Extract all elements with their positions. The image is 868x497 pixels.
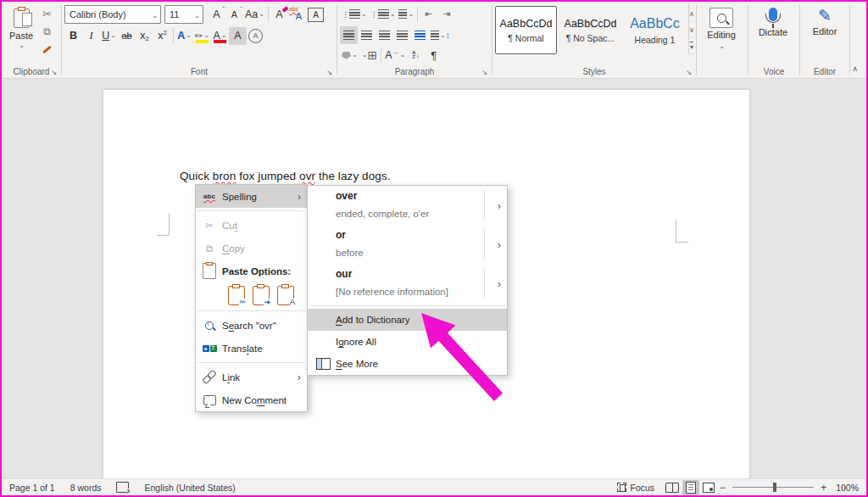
shading-button[interactable] [340, 47, 359, 64]
dialog-launcher-icon[interactable] [481, 69, 488, 76]
collapse-ribbon-button[interactable] [852, 64, 858, 73]
zoom-slider[interactable] [732, 487, 814, 488]
editor-group: ✎ Editor Editor [800, 2, 849, 78]
menu-item-copy[interactable]: ⧉ Copy [196, 237, 307, 260]
justify-button[interactable] [393, 26, 411, 44]
paste-button[interactable]: Paste [4, 3, 38, 56]
styles-scroll-down-button[interactable] [689, 22, 694, 38]
ribbon: Paste ✂ ⧉ Clipboard Calibri (Body) 11 [2, 2, 866, 79]
bullets-button[interactable]: ⋮ [340, 5, 369, 23]
align-center-button[interactable] [358, 26, 376, 44]
chevron-right-icon[interactable]: › [498, 238, 501, 251]
align-left-button[interactable] [340, 26, 358, 44]
copy-button[interactable]: ⧉ [38, 23, 56, 40]
style-card-normal[interactable]: AaBbCcDd ¶ Normal [495, 6, 557, 54]
dialog-launcher-icon[interactable] [685, 69, 693, 76]
font-color-button[interactable]: A [211, 27, 229, 45]
italic-icon: I [89, 30, 92, 42]
style-card-heading1[interactable]: AaBbCc Heading 1 [624, 6, 686, 54]
menu-item-paste-options: Paste Options: [196, 260, 307, 282]
styles-scroll-up-button[interactable] [689, 6, 694, 22]
paste-keep-text-only-button[interactable]: A [277, 286, 294, 305]
multilevel-list-button[interactable] [397, 5, 415, 23]
focus-mode-button[interactable]: Focus [609, 483, 663, 493]
letter-a-icon: A [290, 299, 295, 306]
word-count[interactable]: 8 words [63, 483, 109, 493]
suggestion-or[interactable]: or before › [308, 225, 507, 264]
menu-item-link[interactable]: Link [196, 366, 307, 388]
chevron-right-icon[interactable]: › [498, 199, 501, 212]
show-formatting-marks-button[interactable] [425, 47, 442, 64]
italic-button[interactable]: I [82, 27, 100, 45]
suggestion-over[interactable]: over ended, complete, o'er › [308, 186, 507, 225]
menu-item-spelling[interactable]: abc Spelling [196, 185, 307, 208]
superscript-button[interactable]: x2 [153, 27, 171, 45]
menu-separator [309, 305, 505, 306]
zoom-level[interactable]: 100% [828, 483, 859, 493]
borders-button[interactable] [359, 47, 379, 64]
grow-font-button[interactable]: Aˆ [208, 6, 225, 24]
phonetic-guide-button[interactable]: abcA [288, 6, 306, 24]
dialog-launcher-icon[interactable] [326, 69, 333, 76]
change-case-button[interactable]: Aa [243, 6, 266, 24]
enclose-characters-button[interactable]: A [247, 27, 264, 45]
menu-item-translate[interactable]: a文 Translate [196, 337, 307, 360]
clear-formatting-button[interactable]: A [270, 6, 288, 24]
decrease-indent-button[interactable]: ⇤ [420, 5, 437, 23]
shrink-font-button[interactable]: Aˇ [225, 6, 243, 24]
font-size-combo[interactable]: 11 [164, 5, 203, 24]
highlight-color-button[interactable]: ✏ [193, 27, 211, 45]
subscript-button[interactable]: x2 [136, 27, 153, 45]
editing-button[interactable]: Editing [699, 3, 743, 52]
menu-item-ignore-all[interactable]: Ignore All [308, 331, 507, 353]
dialog-launcher-icon[interactable] [50, 69, 58, 76]
text-effects-button[interactable]: A [175, 27, 193, 45]
editor-button[interactable]: ✎ Editor [803, 3, 847, 36]
proofing-status[interactable] [108, 482, 136, 493]
bold-button[interactable]: B [64, 27, 82, 45]
character-border-button[interactable]: A [306, 6, 326, 24]
font-name-combo[interactable]: Calibri (Body) [64, 5, 161, 24]
web-layout-button[interactable] [699, 481, 718, 494]
document-text[interactable]: Quick bron fox jumped ovr the lazy dogs. [180, 170, 391, 182]
cut-button[interactable]: ✂ [38, 5, 56, 22]
strikethrough-button[interactable]: ab [118, 27, 136, 45]
zoom-slider-thumb[interactable] [773, 483, 776, 492]
underline-button[interactable]: U [100, 27, 118, 45]
language-indicator[interactable]: English (United States) [136, 483, 242, 493]
menu-item-cut[interactable]: ✂ Cut [196, 214, 307, 237]
character-shading-button[interactable]: A [229, 27, 247, 45]
zoom-out-button[interactable]: − [718, 482, 727, 494]
dictate-button[interactable]: Dictate [751, 3, 795, 37]
menu-item-see-more[interactable]: See More [308, 353, 507, 375]
chevron-right-icon[interactable]: › [498, 277, 501, 290]
sort-button[interactable]: AZ↓ [407, 47, 425, 64]
menu-item-search[interactable]: Search "ovr" [196, 314, 307, 337]
line-spacing-button[interactable] [429, 26, 453, 44]
menu-item-new-comment[interactable]: New Comment [196, 388, 307, 411]
increase-indent-button[interactable]: ⇥ [437, 5, 455, 23]
align-right-button[interactable] [376, 26, 393, 44]
numbering-button[interactable]: ⋮ [369, 5, 398, 23]
chevron-down-icon [18, 41, 25, 51]
character-scaling-button[interactable]: A↔ [383, 47, 407, 64]
print-layout-button[interactable] [682, 480, 699, 495]
format-painter-button[interactable] [38, 41, 56, 58]
menu-item-add-to-dictionary[interactable]: Add to Dictionary [308, 309, 507, 331]
search-icon [717, 14, 726, 23]
misspelled-word[interactable]: bron [213, 170, 236, 182]
clipboard-group-label: Clipboard [14, 67, 50, 76]
style-card-no-spacing[interactable]: AaBbCcDd ¶ No Spac... [559, 6, 621, 54]
paste-merge-formatting-button[interactable]: ➜ [253, 286, 270, 305]
misspelled-word[interactable]: ovr [299, 170, 315, 182]
page-indicator[interactable]: Page 1 of 1 [9, 483, 63, 493]
editor-pencil-icon: ✎ [818, 8, 832, 25]
styles-gallery-more-button[interactable] [689, 38, 694, 54]
paste-clipboard-icon [14, 8, 30, 28]
voice-group: Dictate Voice [748, 2, 799, 78]
distribute-button[interactable] [411, 26, 429, 44]
zoom-in-button[interactable]: + [819, 482, 828, 494]
read-mode-button[interactable] [662, 481, 682, 494]
suggestion-our[interactable]: our [No reference information] › [308, 264, 507, 303]
paste-keep-source-formatting-button[interactable]: ✏ [228, 286, 245, 305]
